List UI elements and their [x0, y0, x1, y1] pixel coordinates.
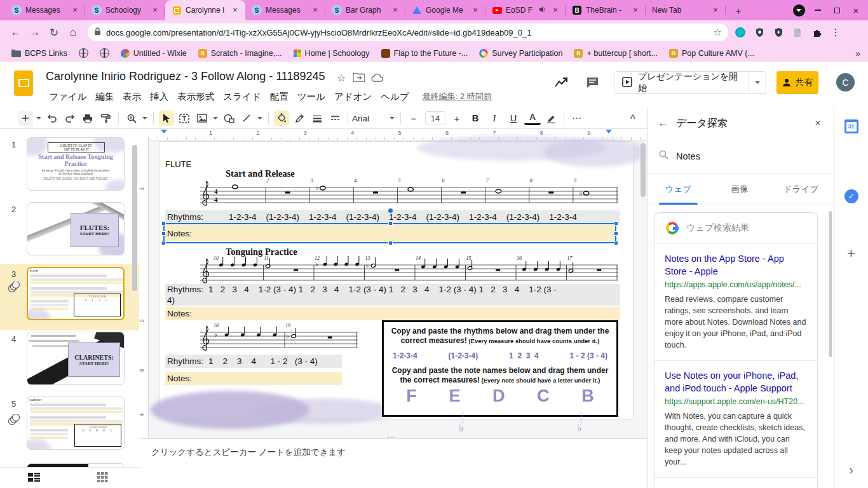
collapse-toolbar-icon[interactable]: ^ [630, 113, 635, 123]
tab-images[interactable]: 画像 [709, 173, 771, 205]
activity-chart-icon[interactable] [554, 77, 568, 91]
paint-format-button[interactable] [98, 111, 113, 126]
selection-handle-n[interactable] [388, 221, 393, 226]
note-letter-token[interactable]: C [537, 386, 550, 406]
search-result[interactable]: Use Notes on your iPhone, iPad, and iPod… [654, 361, 817, 478]
bookmark-schoology-home[interactable]: Home | Schoology [294, 49, 370, 58]
tab-messages-1[interactable]: S Messages × [5, 0, 85, 20]
tasks-icon[interactable]: ✓ [844, 189, 858, 203]
notes-row-3[interactable]: Notes: [165, 372, 342, 385]
browser-menu-circle-icon[interactable] [789, 0, 808, 20]
rhythms-row-1[interactable]: Rhythms: 1-2-3-4 (1-2-3-4) 1-2-3-4 (1-2-… [165, 210, 620, 223]
text-box-tool-button[interactable] [177, 111, 192, 126]
extension-teal-icon[interactable] [733, 27, 747, 37]
tab-bar-graph[interactable]: S Bar Graph × [325, 0, 405, 20]
insert-line-caret[interactable] [257, 117, 262, 119]
back-icon[interactable]: ← [6, 26, 25, 39]
extension-shield2-icon[interactable] [771, 27, 785, 37]
present-dropdown-caret[interactable] [755, 81, 760, 84]
tab-drive[interactable]: ドライブ [770, 173, 832, 205]
filmstrip-slide-1[interactable]: 1 COUNT IT/ CLAP IT/SAY IT/ PLAY IT Star… [0, 137, 139, 201]
underline-button[interactable]: U [505, 111, 522, 126]
rhythm-token[interactable]: (1-2-3-4) [449, 351, 478, 360]
stray-flat-token[interactable]: ♭ [577, 421, 582, 434]
font-family-select[interactable]: Arial [352, 114, 397, 123]
staff-start-and-release[interactable]: 4423♭456789♭ [199, 177, 620, 212]
tab-close-icon[interactable]: × [150, 5, 160, 15]
stray-flat-token[interactable]: ♭ [459, 421, 464, 434]
rotation-handle[interactable] [388, 208, 393, 213]
note-letter-token[interactable]: D [492, 386, 505, 406]
window-restore-button[interactable] [827, 0, 846, 20]
menu-addons[interactable]: アドオン [330, 90, 376, 104]
border-color-button[interactable] [292, 111, 307, 126]
new-slide-button[interactable] [18, 111, 33, 126]
zoom-button[interactable] [124, 111, 139, 126]
staff-measures-18-19[interactable]: 18♭19♭ [199, 322, 359, 356]
expand-side-panel-icon[interactable]: › [849, 463, 853, 477]
menu-help[interactable]: ヘルプ [376, 90, 414, 104]
tab-close-icon[interactable]: × [550, 5, 560, 15]
tab-close-icon[interactable]: × [470, 5, 480, 15]
extension-page-icon[interactable] [790, 28, 804, 37]
filmstrip-slide-3-selected[interactable]: 3 FLUTE 1-2-3-4 (1-2-3-4)F E D C [0, 264, 139, 330]
toolbar-more-button[interactable]: ⋯ [569, 111, 585, 126]
chrome-menu-kebab-icon[interactable]: ⋮ [829, 27, 843, 38]
bookmark-globe-2[interactable] [100, 48, 109, 58]
extensions-puzzle-icon[interactable] [810, 28, 824, 37]
notes-resize-handle-icon[interactable]: ⋯ [387, 433, 395, 442]
border-weight-button[interactable] [309, 111, 325, 126]
print-button[interactable] [80, 111, 95, 126]
left-indent-marker[interactable] [161, 130, 167, 133]
note-letter-token[interactable]: B [581, 386, 594, 406]
search-result[interactable]: Notes on the App Store - App Store - App… [654, 244, 817, 361]
window-close-button[interactable]: × [846, 0, 865, 20]
bookmark-scratch[interactable]: SScratch - Imagine,... [198, 49, 282, 58]
window-minimize-button[interactable] [808, 0, 827, 20]
tab-youtube-eosd[interactable]: EoSD F × [485, 0, 566, 20]
note-letter-token[interactable]: F [406, 386, 417, 406]
new-slide-caret[interactable] [36, 117, 41, 119]
insert-image-button[interactable] [194, 111, 210, 126]
slide-editing-surface[interactable]: FLUTE Start and Release 4423♭456789♭ Rhy… [159, 141, 634, 419]
filmstrip-view-icon[interactable] [28, 472, 40, 485]
selection-handle-s[interactable] [388, 241, 393, 245]
filmstrip-slide-2[interactable]: 2 FLUTES: START HERE! [0, 202, 139, 266]
reload-icon[interactable]: ↻ [44, 26, 64, 39]
font-size-input[interactable]: 14 [425, 111, 445, 125]
selection-handle-ne[interactable] [614, 221, 618, 226]
filmstrip-slide-4[interactable]: 4 CLARINETS: START HERE! [0, 332, 139, 395]
filmstrip-slide-6[interactable] [0, 461, 139, 467]
bookmark-globe-1[interactable] [79, 48, 88, 58]
slide-3-thumbnail[interactable]: FLUTE 1-2-3-4 (1-2-3-4)F E D C [27, 267, 125, 320]
border-dash-button[interactable] [327, 111, 342, 126]
bold-button[interactable]: B [467, 111, 484, 126]
tab-google-meet[interactable]: Google Me × [405, 0, 485, 20]
speaker-notes-panel[interactable]: ⋯ クリックするとスピーカー ノートを追加できます [139, 438, 647, 488]
tab-close-icon[interactable]: × [310, 5, 320, 15]
account-avatar[interactable]: C [836, 73, 855, 92]
tab-web[interactable]: ウェブ [648, 173, 709, 205]
tab-schoology[interactable]: S Schoology × [85, 0, 165, 20]
add-addon-plus-icon[interactable]: + [847, 245, 855, 262]
rhythm-token[interactable]: 1-2-3-4 [393, 351, 417, 360]
speaker-notes-placeholder[interactable]: クリックするとスピーカー ノートを追加できます [151, 447, 346, 458]
tab-close-icon[interactable]: × [230, 5, 240, 15]
highlight-color-button[interactable] [543, 111, 559, 126]
zoom-caret[interactable] [142, 117, 147, 119]
tab-close-icon[interactable]: × [70, 5, 80, 15]
search-result[interactable]: Notes https://www.get-notes.com/ A Note-… [654, 478, 817, 488]
cloud-status-icon[interactable] [371, 73, 384, 85]
result-title-link[interactable]: Use Notes on your iPhone, iPad, and iPod… [665, 369, 807, 395]
rhythm-token[interactable]: 1 - 2 (3 - 4) [570, 351, 607, 360]
instrument-label[interactable]: FLUTE [165, 159, 191, 169]
explore-close-icon[interactable]: × [815, 117, 821, 130]
calendar-icon[interactable]: 31 [844, 119, 858, 133]
selection-handle-sw[interactable] [161, 241, 166, 245]
menu-insert[interactable]: 挿入 [146, 90, 173, 104]
menu-tools[interactable]: ツール [293, 90, 330, 104]
bookmark-bcps-links[interactable]: BCPS Links [11, 49, 67, 58]
move-folder-icon[interactable] [353, 73, 365, 85]
explore-search-row[interactable]: Notes [648, 139, 834, 174]
star-document-icon[interactable]: ☆ [337, 72, 346, 84]
